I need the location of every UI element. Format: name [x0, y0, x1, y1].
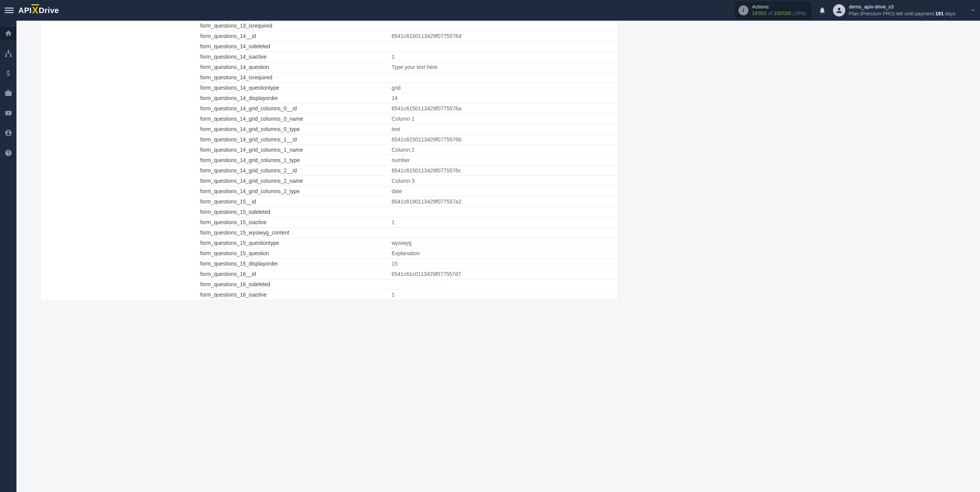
row-key: form_questions_15_displayorder: [198, 261, 392, 267]
table-row: form_questions_14_grid_columns_0_typetex…: [198, 124, 618, 134]
table-row: form_questions_14_grid_columns_2_typedat…: [198, 186, 618, 197]
row-key: form_questions_14_questiontype: [198, 85, 392, 91]
row-value: 1: [392, 54, 618, 60]
row-key: form_questions_14_isrequired: [198, 74, 392, 80]
table-row: form_questions_15_wysiwyg_content: [198, 228, 618, 238]
table-row: form_questions_14_questionType your text…: [198, 62, 618, 72]
row-value: text: [392, 126, 618, 132]
table-row: form_questions_16_isactive1: [198, 290, 618, 300]
table-row: form_questions_15__id6541c6190113429f077…: [198, 197, 618, 207]
user-name: demo_apix-drive_s3: [849, 3, 956, 10]
svg-point-1: [5, 54, 7, 56]
sidebar-billing[interactable]: [0, 67, 16, 80]
row-value: grid: [392, 85, 618, 91]
sidebar: [0, 21, 16, 492]
row-key: form_questions_16__id: [198, 271, 392, 277]
row-value: 6541c6150113429f0775576c: [392, 167, 618, 174]
table-row: form_questions_16_isdeleted: [198, 279, 618, 290]
table-row: form_questions_13_isrequired: [198, 21, 618, 31]
app-logo[interactable]: APIXDrive: [18, 5, 59, 16]
row-key: form_questions_15_questiontype: [198, 240, 392, 246]
row-value: date: [392, 188, 618, 194]
row-key: form_questions_14_displayorder: [198, 95, 392, 101]
table-row: form_questions_14_grid_columns_0__id6541…: [198, 103, 618, 114]
sidebar-profile[interactable]: [0, 126, 16, 139]
row-key: form_questions_15_wysiwyg_content: [198, 230, 392, 236]
row-value: Column 1: [392, 116, 618, 122]
table-row: form_questions_14__id6541c6150113429f077…: [198, 31, 618, 41]
logo-drive: Drive: [39, 6, 59, 15]
row-value: 15: [392, 261, 618, 267]
row-value: Type your text here: [392, 64, 618, 70]
row-key: form_questions_14_grid_columns_0__id: [198, 105, 392, 112]
row-key: form_questions_14_grid_columns_1_name: [198, 147, 392, 153]
svg-point-0: [8, 51, 9, 52]
row-value: 1: [392, 219, 618, 225]
chevron-down-icon[interactable]: [970, 8, 975, 13]
row-key: form_questions_16_isdeleted: [198, 281, 392, 287]
table-row: form_questions_14_grid_columns_1_typenum…: [198, 155, 618, 166]
table-row: form_questions_14_grid_columns_1_nameCol…: [198, 145, 618, 155]
row-key: form_questions_14_grid_columns_2__id: [198, 167, 392, 174]
sidebar-briefcase[interactable]: [0, 87, 16, 100]
sidebar-help[interactable]: [0, 146, 16, 159]
row-key: form_questions_14__id: [198, 33, 392, 39]
row-key: form_questions_15_isdeleted: [198, 209, 392, 215]
row-value: Column 2: [392, 147, 618, 153]
row-key: form_questions_14_grid_columns_0_name: [198, 116, 392, 122]
hamburger-menu-icon[interactable]: [5, 6, 14, 15]
sidebar-connections[interactable]: [0, 47, 16, 60]
table-row: form_questions_14_questiontypegrid: [198, 83, 618, 93]
row-key: form_questions_14_grid_columns_1__id: [198, 136, 392, 143]
app-header: APIXDrive i Actions: 18'002 of 100'000 (…: [0, 0, 980, 21]
table-row: form_questions_14_isactive1: [198, 52, 618, 62]
table-row: form_questions_15_displayorder15: [198, 259, 618, 269]
row-key: form_questions_15_question: [198, 250, 392, 256]
logo-x: X: [32, 5, 39, 16]
row-key: form_questions_14_grid_columns_2_type: [198, 188, 392, 194]
row-value: 6541c6150113429f0775576a: [392, 105, 618, 112]
avatar-icon: [833, 4, 845, 16]
table-row: form_questions_14_grid_columns_0_nameCol…: [198, 114, 618, 124]
row-key: form_questions_14_grid_columns_1_type: [198, 157, 392, 163]
logo-api: API: [18, 6, 32, 15]
actions-counts: 18'002 of 100'000 (18%): [752, 10, 806, 17]
row-value: wysiwyg: [392, 240, 618, 246]
table-row: form_questions_14_grid_columns_2_nameCol…: [198, 176, 618, 186]
table-row: form_questions_15_questiontypewysiwyg: [198, 238, 618, 248]
row-value: 1: [392, 292, 618, 298]
data-table: form_questions_13_isrequiredform_questio…: [40, 21, 618, 300]
row-value: 14: [392, 95, 618, 101]
user-menu[interactable]: demo_apix-drive_s3 Plan |Premium PRO| le…: [833, 3, 956, 17]
row-value: Explanation: [392, 250, 618, 256]
info-icon: i: [738, 5, 748, 15]
row-key: form_questions_14_question: [198, 64, 392, 70]
row-value: 6541c6190113429f077557a2: [392, 198, 618, 205]
sidebar-home[interactable]: [0, 27, 16, 40]
bell-icon[interactable]: [818, 7, 826, 14]
actions-label: Actions:: [752, 4, 806, 10]
sidebar-video[interactable]: [0, 107, 16, 120]
table-row: form_questions_14_grid_columns_2__id6541…: [198, 166, 618, 176]
content-area: form_questions_13_isrequiredform_questio…: [16, 21, 980, 492]
table-row: form_questions_14_isrequired: [198, 72, 618, 83]
table-row: form_questions_14_isdeleted: [198, 41, 618, 52]
row-value: 6541c6150113429f0775576b: [392, 136, 618, 143]
actions-counter[interactable]: i Actions: 18'002 of 100'000 (18%): [735, 2, 812, 19]
row-value: number: [392, 157, 618, 163]
table-row: form_questions_15_isactive1: [198, 217, 618, 228]
svg-point-2: [10, 54, 11, 56]
table-row: form_questions_14_grid_columns_1__id6541…: [198, 134, 618, 145]
table-row: form_questions_15_questionExplanation: [198, 248, 618, 259]
row-key: form_questions_14_isdeleted: [198, 43, 392, 49]
table-row: form_questions_16__id6541c61c0113429f077…: [198, 269, 618, 279]
table-row: form_questions_14_displayorder14: [198, 93, 618, 103]
row-key: form_questions_15__id: [198, 198, 392, 205]
row-value: Column 3: [392, 178, 618, 184]
user-plan: Plan |Premium PRO| left until payment 19…: [849, 10, 956, 17]
row-key: form_questions_14_grid_columns_0_type: [198, 126, 392, 132]
row-value: 6541c6150113429f0775576d: [392, 33, 618, 39]
row-key: form_questions_14_isactive: [198, 54, 392, 60]
row-key: form_questions_13_isrequired: [198, 23, 392, 29]
table-row: form_questions_15_isdeleted: [198, 207, 618, 217]
